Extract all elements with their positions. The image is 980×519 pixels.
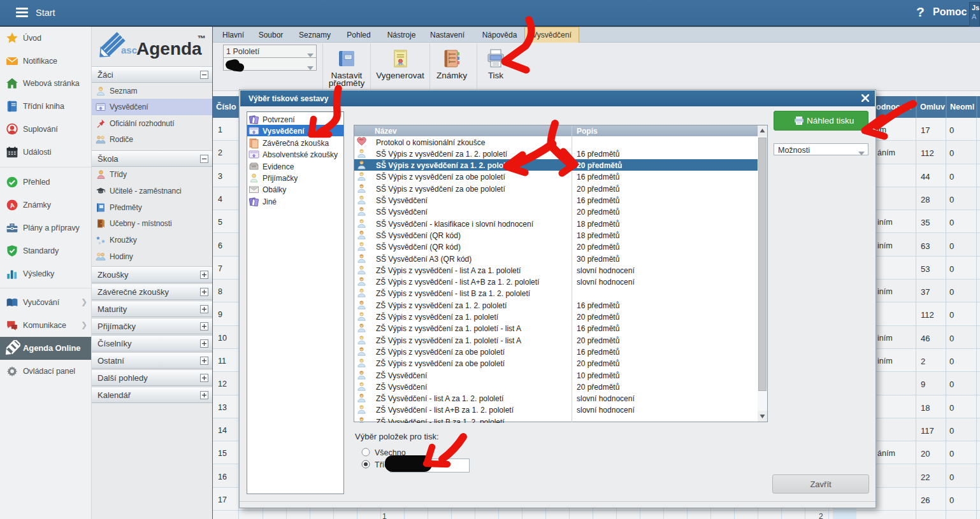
svg-text:asc: asc <box>121 45 137 55</box>
svg-text:Agenda: Agenda <box>136 39 202 59</box>
